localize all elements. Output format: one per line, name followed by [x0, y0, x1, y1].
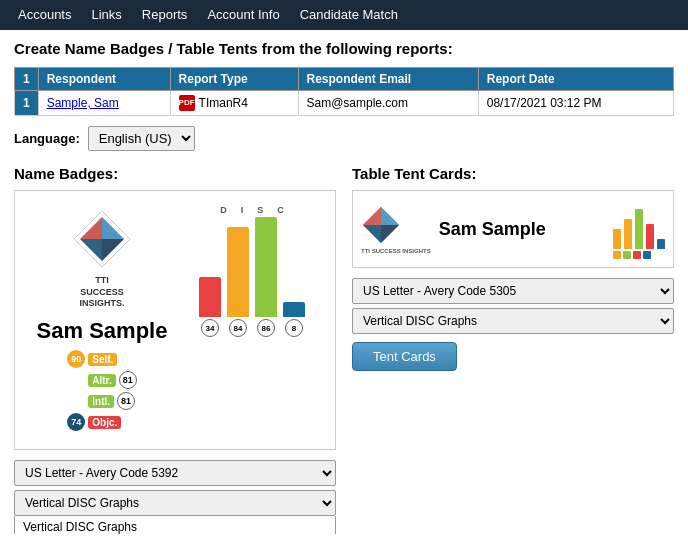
tent-logo-container: TTI SUCCESS INSIGHTS [361, 205, 431, 254]
nav-accounts[interactable]: Accounts [8, 0, 81, 30]
score-row-intl: Intl. 81 [67, 392, 136, 410]
svg-marker-4 [80, 239, 102, 261]
score-circle-self: 90 [67, 350, 85, 368]
score-label-self: Self. [88, 353, 117, 366]
disc-score-i: 84 [229, 319, 247, 337]
mini-bar-5 [657, 239, 665, 249]
tent-info: Sam Sample [439, 219, 605, 240]
tent-right [613, 199, 665, 259]
badge-dropdown-group: US Letter - Avery Code 5392 US Letter - … [14, 460, 336, 516]
col-num: 1 [15, 68, 39, 91]
badge-style-dropdown-overlay: Vertical DISC Graphs Behavioral Continuu… [14, 516, 336, 534]
tent-tti-logo-icon [361, 205, 401, 245]
mini-disc-bars [613, 199, 665, 249]
score-row-objc: 74 Objc. [67, 413, 136, 431]
name-badges-title: Name Badges: [14, 165, 336, 182]
score-label-altr: Altr. [88, 374, 115, 387]
svg-marker-5 [102, 239, 124, 261]
disc-bar-c: 8 [283, 302, 305, 337]
mini-bar-1 [613, 229, 621, 249]
nav-reports[interactable]: Reports [132, 0, 198, 30]
respondent-name[interactable]: Sample, Sam [38, 91, 170, 116]
badge-person-name: Sam Sample [37, 318, 168, 344]
disc-header: D I S C [220, 205, 284, 215]
score-row-altr: Altr. 81 [67, 371, 136, 389]
col-report-type: Report Type [170, 68, 298, 91]
badge-size-select[interactable]: US Letter - Avery Code 5392 US Letter - … [14, 460, 336, 486]
tti-logo-icon [72, 209, 132, 269]
disc-bar-c-fill [283, 302, 305, 317]
report-type-cell: PDF TImanR4 [170, 91, 298, 116]
nav-links[interactable]: Links [81, 0, 131, 30]
score-circle-objc: 74 [67, 413, 85, 431]
badge-left: TTISUCCESSINSIGHTS. Sam Sample 90 Self. … [25, 201, 179, 439]
navbar: Accounts Links Reports Account Info Cand… [0, 0, 688, 30]
disc-bar-i: 84 [227, 227, 249, 337]
mini-bar-3 [635, 209, 643, 249]
respondent-email: Sam@sample.com [298, 91, 478, 116]
tent-tti-text: TTI SUCCESS INSIGHTS [361, 248, 431, 254]
disc-bar-d-fill [199, 277, 221, 317]
table-tents-title: Table Tent Cards: [352, 165, 674, 182]
language-select[interactable]: English (US) [88, 126, 195, 151]
col-respondent: Respondent [38, 68, 170, 91]
tent-style-select[interactable]: Vertical DISC Graphs [352, 308, 674, 334]
nav-candidate-match[interactable]: Candidate Match [290, 0, 408, 30]
svg-marker-3 [102, 217, 124, 239]
nav-account-info[interactable]: Account Info [197, 0, 289, 30]
disc-score-s: 86 [257, 319, 275, 337]
disc-bar-i-fill [227, 227, 249, 317]
two-col-layout: Name Badges: [14, 165, 674, 524]
badge-style-option-vertical[interactable]: Vertical DISC Graphs [15, 516, 335, 534]
disc-score-d: 34 [201, 319, 219, 337]
disc-bar-d: 34 [199, 277, 221, 337]
tent-preview: TTI SUCCESS INSIGHTS Sam Sample [352, 190, 674, 268]
tent-person-name: Sam Sample [439, 219, 605, 240]
row-num: 1 [15, 91, 39, 116]
score-bars: 90 Self. Altr. 81 Intl. 81 [67, 350, 136, 431]
col-email: Respondent Email [298, 68, 478, 91]
mini-bar-4 [646, 224, 654, 249]
disc-bar-s: 86 [255, 217, 277, 337]
tent-right-dots [613, 251, 665, 259]
report-type-value[interactable]: TImanR4 [199, 96, 248, 110]
name-badges-col: Name Badges: [14, 165, 336, 524]
disc-bars-area: 34 84 86 [199, 217, 305, 337]
table-row: 1 Sample, Sam PDF TImanR4 Sam@sample.com… [15, 91, 674, 116]
disc-bar-s-fill [255, 217, 277, 317]
badge-preview: TTISUCCESSINSIGHTS. Sam Sample 90 Self. … [14, 190, 336, 450]
mini-bar-2 [624, 219, 632, 249]
language-row: Language: English (US) [14, 126, 674, 151]
page-title: Create Name Badges / Table Tents from th… [14, 40, 674, 57]
language-label: Language: [14, 131, 80, 146]
report-date: 08/17/2021 03:12 PM [478, 91, 673, 116]
pdf-icon: PDF [179, 95, 195, 111]
tent-cards-button[interactable]: Tent Cards [352, 342, 457, 371]
badge-style-select[interactable]: Vertical DISC Graphs Behavioral Continuu… [14, 490, 336, 516]
svg-marker-2 [80, 217, 102, 239]
col-date: Report Date [478, 68, 673, 91]
tent-dropdown-group: US Letter - Avery Code 5305 Vertical DIS… [352, 278, 674, 334]
score-val-altr: 81 [119, 371, 137, 389]
report-table: 1 Respondent Report Type Respondent Emai… [14, 67, 674, 116]
score-row-self: 90 Self. [67, 350, 136, 368]
table-tents-col: Table Tent Cards: TTI SUCCESS INSIGHTS S… [352, 165, 674, 524]
main-content: Create Name Badges / Table Tents from th… [0, 30, 688, 534]
tti-logo-text: TTISUCCESSINSIGHTS. [79, 275, 124, 310]
score-label-intl: Intl. [88, 395, 114, 408]
badge-style-dropdown-container: Vertical DISC Graphs Behavioral Continuu… [14, 490, 336, 516]
score-val-intl: 81 [117, 392, 135, 410]
disc-score-c: 8 [285, 319, 303, 337]
disc-chart-container: D I S C 34 [183, 205, 321, 337]
score-label-objc: Objc. [88, 416, 121, 429]
tent-size-select[interactable]: US Letter - Avery Code 5305 [352, 278, 674, 304]
badge-disc-chart: D I S C 34 [179, 201, 325, 439]
